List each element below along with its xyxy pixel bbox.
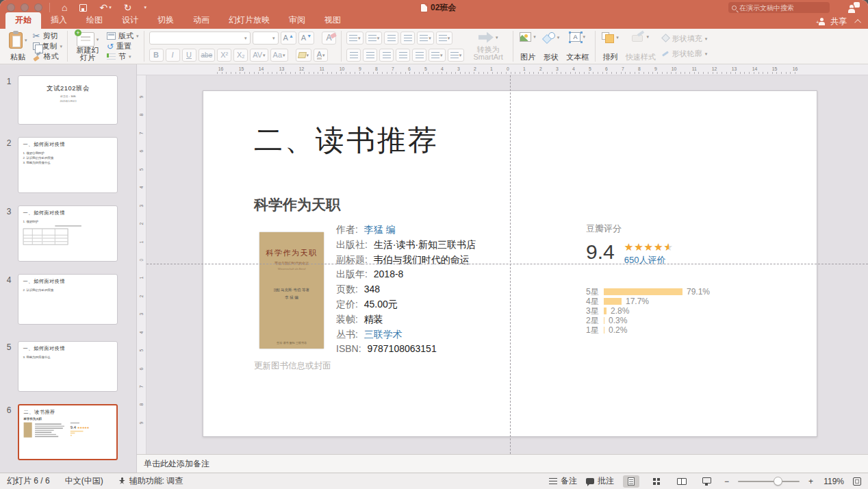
shrink-font-button[interactable]: A▼ <box>298 32 314 45</box>
ribbon-tab[interactable]: 动画 <box>183 12 219 29</box>
character-spacing-button[interactable]: AV▾ <box>250 49 268 62</box>
book-title[interactable]: 科学作为天职 <box>254 195 340 214</box>
slide-thumbnail-6-selected[interactable]: 二、读书推荐 科学作为天职 <box>18 404 118 460</box>
textbox-button[interactable]: A▾ 文本框 <box>565 32 590 62</box>
copy-button[interactable]: 复制▾ <box>33 42 63 51</box>
font-color-button[interactable]: A▾ <box>314 49 328 62</box>
new-slide-button[interactable]: ▾ 新建幻灯片 <box>73 32 103 62</box>
section-button[interactable]: 节▾ <box>107 52 139 62</box>
vertical-guide-line[interactable] <box>510 75 511 454</box>
bullets-button[interactable]: ▾ <box>346 32 363 45</box>
fit-slide-to-window-icon[interactable] <box>853 477 861 486</box>
thumbnail-row-5: 5 一、如何面对疫情 3. 我能为防疫做什么 <box>0 341 136 392</box>
book-info-row: 定价: 45.00元 <box>336 297 476 312</box>
bold-button[interactable]: B <box>149 49 164 62</box>
close-window-button[interactable] <box>7 3 15 12</box>
shape-fill-button[interactable]: 形状填充▾ <box>661 34 708 44</box>
account-presence-icon[interactable] <box>849 2 860 13</box>
share-button[interactable]: + 共享 <box>817 16 847 27</box>
font-family-select[interactable]: ▾ <box>149 32 251 45</box>
change-case-button[interactable]: Aa▾ <box>270 49 288 62</box>
search-input[interactable] <box>739 4 826 12</box>
ribbon-tab[interactable]: 视图 <box>315 12 350 29</box>
paste-button[interactable]: ▾ 粘贴 <box>8 32 29 62</box>
normal-view-button[interactable] <box>623 475 639 488</box>
zoom-level[interactable]: 119% <box>822 477 844 486</box>
clear-formatting-button[interactable]: A <box>322 32 336 45</box>
minimize-window-button[interactable] <box>21 3 29 12</box>
zoom-window-button[interactable] <box>34 3 42 12</box>
accessibility-status[interactable]: 辅助功能: 调查 <box>118 475 183 487</box>
slide-sorter-view-button[interactable] <box>648 475 665 488</box>
vertical-ruler[interactable]: 9876543210123456789 <box>137 75 146 454</box>
book-cover-image[interactable]: 科学作为天职 韦伯与我们时代的命运 Wissenschaft als Beruf… <box>259 232 324 349</box>
arrange-button[interactable]: ▾ 排列 <box>600 32 620 62</box>
grow-font-button[interactable]: A▲ <box>281 32 296 45</box>
ribbon-tab[interactable]: 开始 <box>5 12 41 29</box>
reading-view-button[interactable] <box>674 475 690 488</box>
thumbnail-row-1: 1 文试2102班会 班主任：杨帆 2021年1月6日 <box>0 75 136 125</box>
layout-button[interactable]: 版式▾ <box>107 32 139 41</box>
justify-button[interactable] <box>396 49 410 62</box>
shape-outline-button[interactable]: 形状轮廓▾ <box>661 49 708 59</box>
quick-styles-icon <box>632 32 644 42</box>
notes-pane[interactable]: 单击此处添加备注 <box>137 454 868 473</box>
italic-button[interactable]: I <box>166 49 180 62</box>
strikethrough-button[interactable]: abe <box>199 49 216 62</box>
align-left-button[interactable] <box>346 49 361 62</box>
thumbnail-row-4: 4 一、如何面对疫情 2. 认识我们身处的疫情 <box>0 274 136 325</box>
ribbon-tab[interactable]: 幻灯片放映 <box>219 12 279 29</box>
collapse-ribbon-icon[interactable] <box>854 19 861 26</box>
language-indicator[interactable]: 中文(中国) <box>65 475 103 487</box>
zoom-in-icon[interactable]: + <box>808 477 813 486</box>
slide-editor-canvas[interactable]: 1615141312111098765432101234567891011121… <box>137 64 868 454</box>
numbering-button[interactable]: ▾ <box>366 32 383 45</box>
zoom-slider[interactable] <box>738 481 800 482</box>
superscript-button[interactable]: X² <box>217 49 231 62</box>
columns-button[interactable]: ▾ <box>436 32 453 45</box>
save-icon[interactable] <box>79 4 87 12</box>
ribbon-tab[interactable]: 审阅 <box>279 12 315 29</box>
ribbon-tab[interactable]: 切换 <box>148 12 183 29</box>
ribbon-tab[interactable]: 插入 <box>41 12 77 29</box>
format-painter-button[interactable]: 格式 <box>33 52 63 62</box>
mini-book-cover <box>24 423 32 438</box>
slideshow-button[interactable] <box>699 475 715 488</box>
horizontal-ruler[interactable]: 1615141312111098765432101234567891011121… <box>137 64 868 75</box>
ribbon-tab[interactable]: 设计 <box>112 12 148 29</box>
ribbon-tab-row: 开始 插入 绘图 设计 切换 动画 幻灯片放映 审阅 视图 + 共享 <box>0 15 868 29</box>
cut-button[interactable]: ✂剪切 <box>33 32 63 41</box>
align-right-button[interactable] <box>379 49 394 62</box>
notes-toggle-button[interactable]: 备注 <box>549 475 577 487</box>
line-spacing-button[interactable]: ▾ <box>417 32 434 45</box>
shapes-button[interactable]: ▾ 形状 <box>541 32 561 62</box>
zoom-slider-knob[interactable] <box>774 477 782 486</box>
align-center-button[interactable] <box>363 49 377 62</box>
ribbon-tab[interactable]: 绘图 <box>77 12 112 29</box>
text-direction-button[interactable]: ▾ <box>429 49 446 62</box>
picture-button[interactable]: ▾ 图片 <box>518 32 537 62</box>
highlight-button[interactable]: ▾ <box>296 49 312 62</box>
horizontal-guide-line[interactable] <box>146 264 868 264</box>
slide-section-title[interactable]: 二、读书推荐 <box>254 121 439 160</box>
slide-thumbnail-3[interactable]: 一、如何面对疫情 1. 做好防护 <box>18 205 118 262</box>
increase-indent-button[interactable] <box>400 32 415 45</box>
align-text-button[interactable]: ▾ <box>448 49 465 62</box>
decrease-indent-button[interactable] <box>384 32 398 45</box>
search-box[interactable] <box>728 2 830 13</box>
convert-smartart-button[interactable]: ▾ 转换为 SmartArt <box>468 32 508 62</box>
font-size-select[interactable]: ▾ <box>253 32 279 45</box>
slide-thumbnail-1[interactable]: 文试2102班会 班主任：杨帆 2021年1月6日 <box>18 75 118 125</box>
layout-icon <box>107 32 116 40</box>
quick-styles-button[interactable]: ▾ 快速样式 <box>624 32 657 62</box>
columns-icon <box>439 35 447 41</box>
slide-thumbnail-2[interactable]: 一、如何面对疫情 1. 做好自我防护 2. 认识我们身处的疫情 3. 我能为防疫… <box>18 137 118 193</box>
slide-thumbnail-4[interactable]: 一、如何面对疫情 2. 认识我们身处的疫情 <box>18 274 118 325</box>
distribute-button[interactable] <box>412 49 426 62</box>
zoom-out-icon[interactable]: − <box>724 477 729 486</box>
underline-button[interactable]: U <box>182 49 196 62</box>
comments-toggle-button[interactable]: 批注 <box>586 475 614 487</box>
slide-thumbnail-5[interactable]: 一、如何面对疫情 3. 我能为防疫做什么 <box>18 341 118 392</box>
subscript-button[interactable]: X₂ <box>233 49 248 62</box>
reset-button[interactable]: ↺重置 <box>107 42 139 51</box>
